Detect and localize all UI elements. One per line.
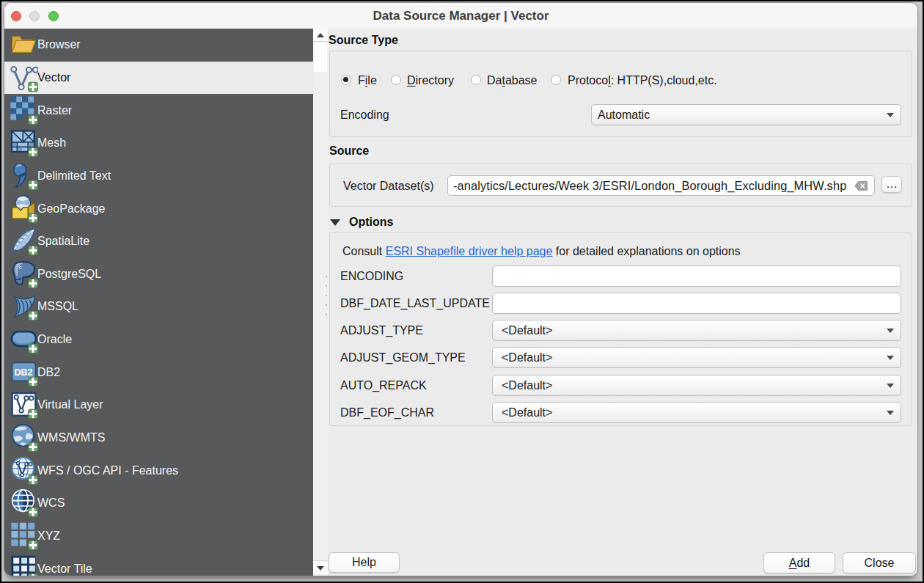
svg-text:DB2: DB2: [15, 367, 33, 378]
